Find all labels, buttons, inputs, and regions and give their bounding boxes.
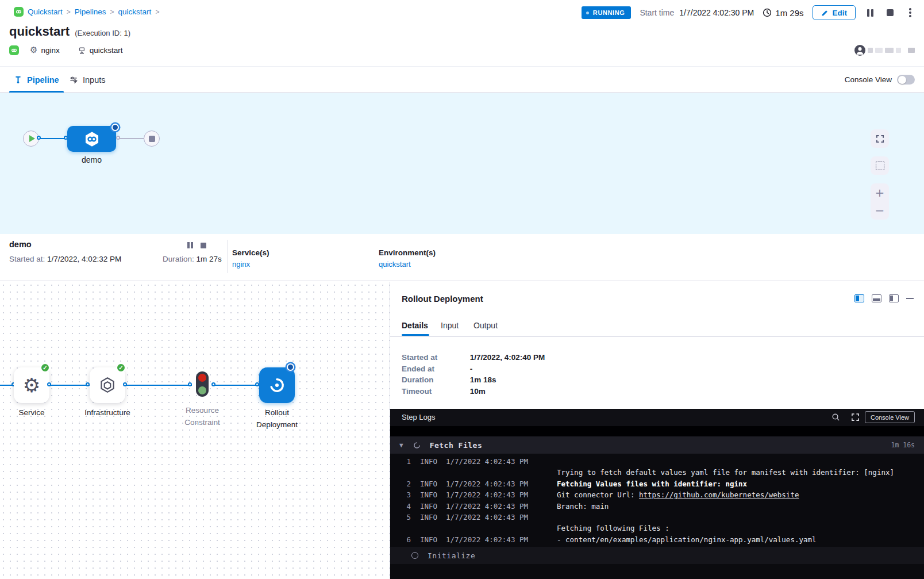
- edit-button[interactable]: Edit: [813, 5, 856, 20]
- marquee-select-icon: [876, 162, 884, 170]
- log-line-number: 6: [401, 535, 411, 544]
- detail-value: -: [470, 365, 473, 373]
- log-fullscreen-icon[interactable]: [851, 413, 860, 421]
- detail-value: 10m: [470, 387, 486, 396]
- rollout-running-spinner: [287, 363, 294, 371]
- stage-graph-canvas[interactable]: demo + −: [0, 93, 924, 234]
- layout-right-panel-button[interactable]: [889, 294, 899, 302]
- step-logs-title: Step Logs: [402, 413, 436, 421]
- environments-label: Environment(s): [379, 248, 436, 257]
- tab-pipeline[interactable]: Pipeline: [14, 67, 59, 93]
- log-level: INFO: [420, 535, 437, 544]
- step-graph-canvas[interactable]: ⚙ ✓ Service ✓ Infrastructure Resource Co…: [0, 282, 390, 579]
- environment-link[interactable]: quickstart: [379, 260, 436, 269]
- start-time-value: 1/7/2022 4:02:30 PM: [679, 8, 754, 17]
- service-link[interactable]: nginx: [232, 260, 270, 269]
- service-tag[interactable]: ⚙ nginx: [30, 46, 60, 55]
- breadcrumb-project[interactable]: Quickstart: [28, 7, 63, 16]
- breadcrumb-separator: >: [110, 8, 114, 16]
- log-timestamp: 1/7/2022 4:02:43 PM: [446, 490, 528, 499]
- step-node-label: Rollout Deployment: [245, 407, 309, 431]
- active-tab-underline: [402, 334, 429, 336]
- edit-button-label: Edit: [833, 9, 848, 17]
- tags-row: ⚙ nginx quickstart: [9, 45, 123, 55]
- stage-controls: [187, 242, 206, 248]
- end-node-square: [149, 136, 155, 142]
- log-section-initialize[interactable]: Initialize: [390, 547, 924, 564]
- layout-split-vertical-button[interactable]: [854, 294, 864, 302]
- service-gear-icon: ⚙: [23, 375, 40, 395]
- panel-minimize-button[interactable]: [906, 298, 914, 300]
- started-at-label: Started at:: [9, 255, 45, 263]
- duration-value: 1m 27s: [197, 255, 222, 263]
- inputs-icon: [69, 75, 78, 84]
- tab-output[interactable]: Output: [473, 321, 498, 330]
- log-search-icon[interactable]: [831, 413, 840, 421]
- breadcrumb-separator: >: [155, 8, 159, 16]
- log-message: Fetching following Files :: [557, 524, 916, 532]
- console-view-toggle[interactable]: [897, 75, 915, 85]
- environment-tag[interactable]: quickstart: [78, 46, 123, 55]
- stage-stop-icon[interactable]: [201, 243, 206, 248]
- section-running-spinner-icon: [413, 442, 421, 449]
- breadcrumb-pipelines[interactable]: Pipelines: [75, 7, 106, 16]
- step-node-infrastructure[interactable]: [90, 367, 125, 403]
- plus-icon: +: [875, 187, 885, 198]
- elapsed-value: 1m 29s: [775, 8, 803, 18]
- stage-info-bar: demo Started at: 1/7/2022, 4:02:32 PM Du…: [0, 234, 924, 281]
- step-node-rollout-deployment[interactable]: [259, 367, 295, 403]
- zoom-out-button[interactable]: −: [871, 201, 889, 219]
- log-level: INFO: [420, 502, 437, 511]
- avatar[interactable]: [854, 45, 865, 56]
- stage-pause-icon[interactable]: [187, 242, 193, 248]
- log-line-number: 4: [401, 502, 411, 511]
- tab-inputs-label: Inputs: [83, 75, 106, 85]
- breadcrumb-separator: >: [67, 8, 71, 16]
- detail-label: Started at: [402, 353, 468, 362]
- tab-details[interactable]: Details: [402, 321, 428, 330]
- log-line-number: 3: [401, 490, 411, 499]
- step-node-label: Resource Constraint: [171, 405, 234, 429]
- log-section-name: Fetch Files: [430, 441, 483, 450]
- redacted-text: [875, 48, 883, 53]
- harness-logo-icon: [14, 7, 24, 17]
- resource-constraint-node[interactable]: [196, 371, 209, 397]
- canvas-zoom-controls: + −: [871, 183, 889, 220]
- pipeline-end-node[interactable]: [144, 131, 160, 147]
- canvas-marquee-select-button[interactable]: [871, 156, 889, 175]
- zoom-in-button[interactable]: +: [871, 183, 889, 201]
- breadcrumb-pipeline-name[interactable]: quickstart: [118, 7, 152, 16]
- detail-row-timeout: Timeout 10m: [402, 387, 486, 396]
- layout-split-horizontal-button[interactable]: [872, 294, 881, 302]
- stage-node-demo[interactable]: [67, 126, 116, 152]
- detail-row-started: Started at 1/7/2022, 4:02:40 PM: [402, 353, 545, 362]
- traffic-light-green: [198, 386, 206, 394]
- detail-label: Duration: [402, 375, 468, 384]
- user-cluster: [854, 45, 915, 56]
- redacted-text: [868, 48, 873, 53]
- stop-icon: [887, 9, 894, 16]
- redacted-text: [896, 48, 901, 53]
- pause-execution-button[interactable]: [864, 7, 876, 18]
- started-at-value: 1/7/2022, 4:02:32 PM: [47, 255, 121, 263]
- log-link[interactable]: https://github.com/kubernetes/website: [639, 490, 799, 499]
- log-level: INFO: [420, 490, 437, 499]
- log-message: - content/en/examples/application/nginx-…: [557, 535, 916, 544]
- step-node-label: Service: [0, 407, 63, 419]
- tab-inputs[interactable]: Inputs: [69, 67, 106, 93]
- tab-input[interactable]: Input: [441, 321, 459, 330]
- log-section-fetch-files[interactable]: ▼ Fetch Files 1m 16s: [390, 436, 924, 454]
- play-icon: [29, 135, 35, 142]
- step-node-service[interactable]: ⚙: [14, 367, 49, 403]
- abort-execution-button[interactable]: [884, 7, 896, 18]
- log-console-view-button[interactable]: Console View: [865, 411, 915, 423]
- log-line: 3 INFO 1/7/2022 4:02:43 PM Git connector…: [390, 490, 924, 500]
- pipeline-icon: [14, 75, 22, 84]
- log-section-duration: 1m 16s: [891, 441, 915, 449]
- edge-connector-dot: [123, 382, 127, 386]
- canvas-fullscreen-button[interactable]: [871, 129, 889, 148]
- edge: [125, 385, 192, 386]
- redacted-text: [908, 48, 915, 53]
- more-options-button[interactable]: [904, 7, 916, 18]
- cd-module-icon: [9, 45, 19, 55]
